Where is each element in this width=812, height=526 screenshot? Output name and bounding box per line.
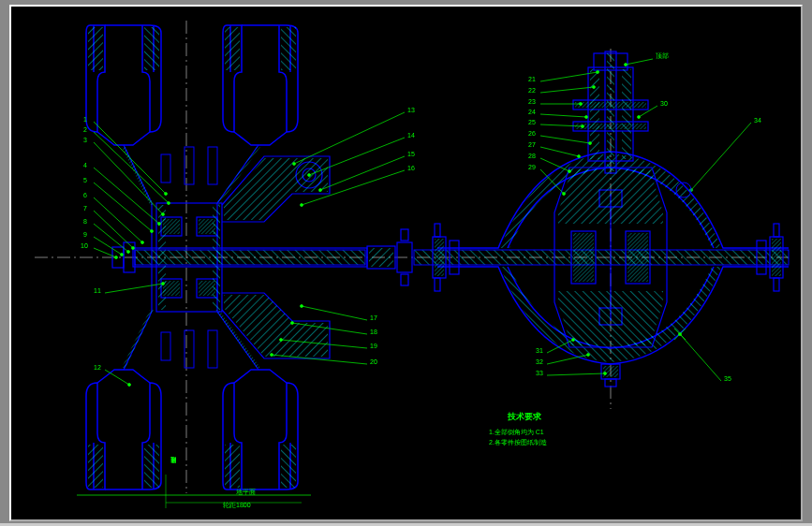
svg-rect-121 [607,53,614,171]
svg-point-81 [301,204,303,207]
svg-rect-119 [573,233,594,282]
technical-drawing-svg [11,7,801,519]
svg-rect-11 [225,27,240,70]
svg-rect-20 [281,445,296,488]
svg-line-127 [540,72,598,81]
left-assembly [77,21,412,508]
svg-line-137 [540,136,590,143]
svg-point-89 [271,354,273,357]
callout-35: 35 [724,375,731,382]
svg-line-50 [94,122,166,194]
svg-point-79 [319,189,322,192]
callout-28: 28 [528,153,536,159]
right-assembly [414,49,789,409]
svg-point-59 [151,230,154,233]
svg-point-57 [158,223,161,226]
top-annotation: 顶部 [656,51,669,61]
svg-point-154 [604,373,607,375]
callout-7: 7 [83,205,87,212]
svg-rect-124 [603,366,618,377]
callout-33: 33 [536,370,543,376]
svg-line-74 [294,112,405,164]
svg-point-69 [115,256,118,259]
callout-8: 8 [83,218,87,225]
svg-line-125 [626,59,653,65]
svg-line-62 [94,211,133,248]
svg-point-55 [162,213,165,216]
svg-point-85 [291,322,294,325]
track-dimension-label: 轮距1800 [223,501,251,510]
svg-line-133 [540,114,586,117]
svg-rect-43 [161,332,170,360]
svg-rect-41 [185,330,194,368]
callout-12: 12 [94,364,101,371]
svg-rect-18 [144,445,159,488]
svg-rect-9 [88,27,103,70]
svg-point-83 [301,305,303,308]
svg-rect-34 [163,281,180,296]
svg-point-146 [638,116,641,119]
svg-line-139 [540,147,579,156]
svg-point-140 [578,155,581,158]
svg-point-87 [280,339,283,342]
callout-26: 26 [528,130,536,137]
svg-point-144 [563,193,566,196]
svg-rect-94 [414,250,789,265]
callout-31: 31 [536,347,543,354]
callout-16: 16 [407,165,415,171]
callout-18: 18 [370,329,377,335]
callout-22: 22 [528,87,536,94]
svg-point-142 [568,170,571,173]
svg-rect-102 [774,278,779,291]
svg-line-155 [680,334,721,381]
callout-2: 2 [83,126,87,133]
callout-24: 24 [528,109,536,115]
callout-21: 21 [528,76,536,82]
callout-25: 25 [528,119,536,125]
callout-29: 29 [528,164,536,170]
svg-rect-42 [208,330,217,368]
svg-line-147 [691,123,751,190]
svg-point-61 [141,241,144,244]
svg-rect-40 [161,154,170,183]
callout-20: 20 [370,358,377,365]
svg-rect-115 [590,69,599,159]
callout-1: 1 [83,116,87,123]
callout-4: 4 [83,162,87,168]
svg-rect-120 [627,233,648,282]
svg-rect-47 [401,229,408,241]
callout-23: 23 [528,98,536,105]
svg-rect-101 [774,224,779,237]
svg-rect-12 [281,27,296,70]
svg-rect-48 [401,274,408,285]
svg-point-150 [572,339,575,342]
svg-line-129 [540,87,594,93]
tech-req-title: 技术要求 [508,411,541,423]
svg-point-138 [589,142,592,145]
svg-rect-104 [772,239,781,276]
callout-3: 3 [83,137,87,143]
callout-15: 15 [407,151,415,157]
svg-point-67 [121,254,124,256]
svg-point-73 [128,384,131,387]
svg-rect-36 [199,281,215,296]
tech-req-1: 1.全部倒角均为 C1 [489,428,544,437]
svg-rect-38 [185,147,194,184]
cad-viewport[interactable]: 1 2 3 4 5 6 7 8 9 10 11 12 13 14 15 16 1… [9,5,803,521]
svg-point-51 [165,193,168,196]
svg-point-53 [168,202,170,205]
callout-32: 32 [536,358,543,365]
drawing-canvas[interactable]: 1 2 3 4 5 6 7 8 9 10 11 12 13 14 15 16 1… [11,7,801,519]
svg-point-77 [308,174,311,177]
svg-point-126 [625,64,627,66]
callout-17: 17 [370,314,377,321]
callout-9: 9 [83,231,87,238]
svg-point-152 [587,354,590,357]
svg-line-151 [547,355,588,364]
svg-line-66 [94,237,122,255]
svg-line-82 [302,306,367,320]
svg-line-70 [105,284,163,293]
callout-6: 6 [83,192,87,198]
svg-rect-49 [369,248,393,267]
svg-rect-19 [225,445,240,488]
